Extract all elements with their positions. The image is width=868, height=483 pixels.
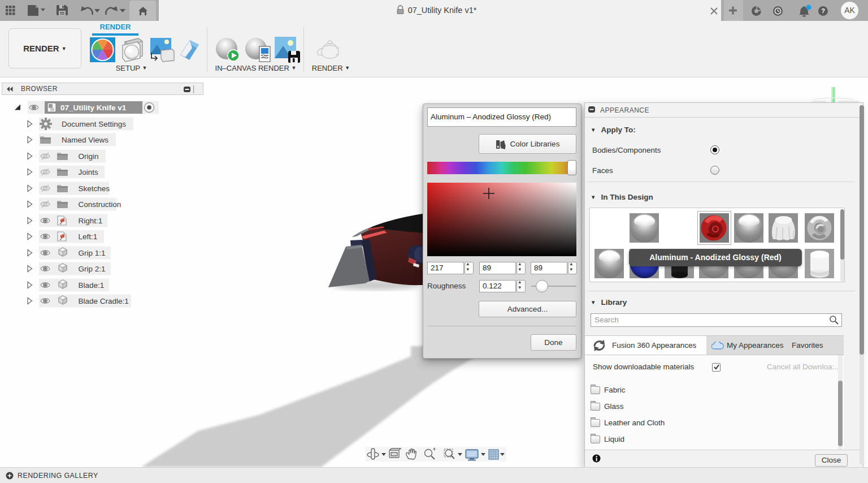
svg-text:Sketches: Sketches: [79, 184, 110, 193]
svg-text:07_Utility Knife v1: 07_Utility Knife v1: [60, 104, 127, 112]
svg-text:Origin: Origin: [79, 152, 99, 161]
svg-text:Construction: Construction: [79, 200, 121, 209]
svg-text:Blade:1: Blade:1: [79, 281, 105, 290]
svg-text:Grip 2:1: Grip 2:1: [79, 265, 106, 273]
svg-text:Document Settings: Document Settings: [62, 120, 126, 128]
svg-text:Right:1: Right:1: [79, 217, 103, 225]
svg-text:Joints: Joints: [79, 168, 99, 176]
svg-text:Blade Cradle:1: Blade Cradle:1: [79, 297, 129, 305]
svg-text:Grip 1:1: Grip 1:1: [79, 249, 106, 257]
svg-text:Left:1: Left:1: [79, 232, 98, 241]
svg-text:Named Views: Named Views: [62, 136, 108, 144]
